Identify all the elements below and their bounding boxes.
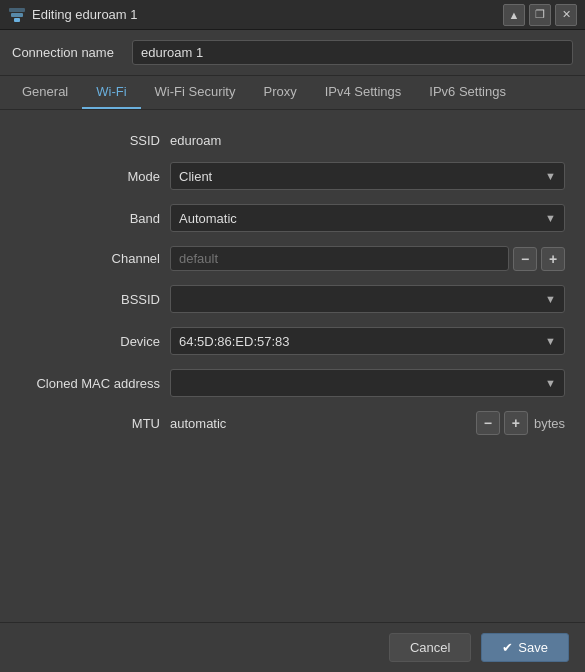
footer: Cancel ✔Save — [0, 622, 585, 672]
device-row: Device 64:5D:86:ED:57:83 ▼ — [20, 320, 565, 362]
main-content: SSID eduroam Mode Client ▼ Band Automati… — [0, 110, 585, 622]
mtu-stepper: − + — [476, 411, 528, 435]
mtu-unit: bytes — [534, 416, 565, 431]
channel-input[interactable] — [170, 246, 509, 271]
window-up-button[interactable]: ▲ — [503, 4, 525, 26]
bssid-row: BSSID ▼ — [20, 278, 565, 320]
ssid-value: eduroam — [170, 133, 565, 148]
bssid-dropdown[interactable]: ▼ — [170, 285, 565, 313]
window-close-button[interactable]: ✕ — [555, 4, 577, 26]
bssid-label: BSSID — [20, 292, 160, 307]
band-row: Band Automatic ▼ — [20, 197, 565, 239]
cloned-mac-dropdown[interactable]: ▼ — [170, 369, 565, 397]
titlebar-buttons: ▲ ❐ ✕ — [503, 4, 577, 26]
save-check-icon: ✔ — [502, 640, 513, 655]
cancel-button[interactable]: Cancel — [389, 633, 471, 662]
window-restore-button[interactable]: ❐ — [529, 4, 551, 26]
band-dropdown-arrow: ▼ — [545, 212, 556, 224]
mode-value: Client — [179, 169, 212, 184]
mtu-plus-button[interactable]: + — [504, 411, 528, 435]
tab-general[interactable]: General — [8, 76, 82, 109]
connection-name-input[interactable] — [132, 40, 573, 65]
device-dropdown-arrow: ▼ — [545, 335, 556, 347]
tab-wifi[interactable]: Wi-Fi — [82, 76, 140, 109]
mtu-input[interactable] — [170, 416, 470, 431]
mtu-label: MTU — [20, 416, 160, 431]
channel-label: Channel — [20, 251, 160, 266]
tab-ipv4-settings[interactable]: IPv4 Settings — [311, 76, 416, 109]
band-value: Automatic — [179, 211, 237, 226]
tab-ipv6-settings[interactable]: IPv6 Settings — [415, 76, 520, 109]
network-icon — [8, 6, 26, 24]
mode-dropdown-arrow: ▼ — [545, 170, 556, 182]
channel-minus-button[interactable]: − — [513, 247, 537, 271]
mtu-minus-button[interactable]: − — [476, 411, 500, 435]
mtu-row: MTU − + bytes — [20, 404, 565, 442]
connection-name-row: Connection name — [0, 30, 585, 76]
save-label: Save — [518, 640, 548, 655]
device-label: Device — [20, 334, 160, 349]
band-dropdown[interactable]: Automatic ▼ — [170, 204, 565, 232]
channel-row: Channel − + — [20, 239, 565, 278]
mode-dropdown[interactable]: Client ▼ — [170, 162, 565, 190]
cloned-mac-dropdown-arrow: ▼ — [545, 377, 556, 389]
tab-wifi-security[interactable]: Wi-Fi Security — [141, 76, 250, 109]
svg-rect-1 — [11, 13, 23, 17]
titlebar-left: Editing eduroam 1 — [8, 6, 138, 24]
window-title: Editing eduroam 1 — [32, 7, 138, 22]
titlebar: Editing eduroam 1 ▲ ❐ ✕ — [0, 0, 585, 30]
svg-rect-2 — [9, 8, 25, 12]
svg-rect-0 — [14, 18, 20, 22]
connection-name-label: Connection name — [12, 45, 122, 60]
mode-label: Mode — [20, 169, 160, 184]
ssid-row: SSID eduroam — [20, 126, 565, 155]
channel-plus-button[interactable]: + — [541, 247, 565, 271]
device-value: 64:5D:86:ED:57:83 — [179, 334, 290, 349]
cloned-mac-label: Cloned MAC address — [20, 376, 160, 391]
band-label: Band — [20, 211, 160, 226]
cloned-mac-row: Cloned MAC address ▼ — [20, 362, 565, 404]
ssid-label: SSID — [20, 133, 160, 148]
bssid-dropdown-arrow: ▼ — [545, 293, 556, 305]
channel-input-wrap: − + — [170, 246, 565, 271]
mode-row: Mode Client ▼ — [20, 155, 565, 197]
device-dropdown[interactable]: 64:5D:86:ED:57:83 ▼ — [170, 327, 565, 355]
tabs-bar: General Wi-Fi Wi-Fi Security Proxy IPv4 … — [0, 76, 585, 110]
mtu-input-wrap: − + bytes — [170, 411, 565, 435]
save-button[interactable]: ✔Save — [481, 633, 569, 662]
tab-proxy[interactable]: Proxy — [249, 76, 310, 109]
